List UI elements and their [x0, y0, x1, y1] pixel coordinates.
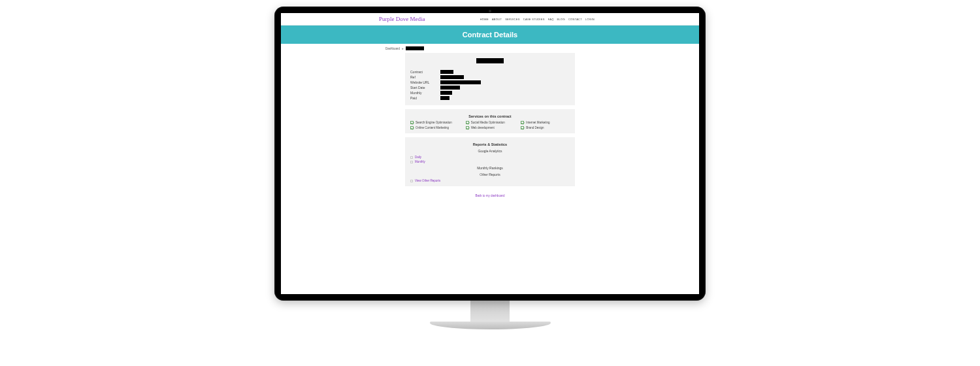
screen: Purple Dove Media HOME ABOUT SERVICES CA…	[281, 13, 699, 294]
check-icon	[521, 126, 524, 129]
view-other-reports-link[interactable]: View Other Reports	[410, 179, 570, 182]
value-redacted	[440, 86, 460, 90]
nav-contact[interactable]: CONTACT	[568, 18, 582, 21]
monitor-stand-neck	[470, 301, 510, 322]
check-icon	[521, 121, 524, 124]
service-item: Brand Design	[521, 126, 570, 129]
service-item: Web development	[466, 126, 515, 129]
nav-about[interactable]: ABOUT	[492, 18, 502, 21]
service-item: Online Content Marketing	[410, 126, 459, 129]
monitor-mockup: Purple Dove Media HOME ABOUT SERVICES CA…	[274, 7, 706, 359]
detail-paid: Paid	[410, 96, 570, 100]
reports-ga: Google Analytics	[410, 149, 570, 153]
value-redacted	[440, 91, 452, 95]
back-to-dashboard-link[interactable]: Back to my dashboard	[281, 190, 699, 201]
service-item: Internet Marketing	[521, 121, 570, 124]
nav: HOME ABOUT SERVICES CASE STUDIES FAQ BLO…	[480, 18, 595, 21]
breadcrumb-sep: »	[402, 47, 404, 50]
value-redacted	[440, 75, 464, 79]
nav-home[interactable]: HOME	[480, 18, 489, 21]
value-redacted	[440, 96, 449, 100]
bullet-icon	[410, 180, 413, 182]
ga-links: Daily Monthly	[410, 156, 570, 163]
topbar: Purple Dove Media HOME ABOUT SERVICES CA…	[281, 13, 699, 25]
page-title: Contract Details	[463, 31, 517, 39]
bullet-icon	[410, 156, 413, 159]
reports-title: Reports & Statistics	[410, 142, 570, 146]
breadcrumb: Dashboard »	[281, 44, 699, 53]
check-icon	[410, 121, 414, 124]
nav-case-studies[interactable]: CASE STUDIES	[523, 18, 545, 21]
detail-contract: Contract	[410, 70, 570, 74]
check-icon	[466, 126, 469, 129]
breadcrumb-current-redacted	[406, 46, 424, 50]
nav-blog[interactable]: BLOG	[557, 18, 565, 21]
bullet-icon	[410, 161, 413, 163]
service-item: Social Media Optimisation	[466, 121, 515, 124]
services-grid: Search Engine Optimisation Social Media …	[410, 121, 570, 129]
contract-summary-panel: Contract Ref Website URL Start Date	[405, 53, 575, 105]
services-title: Services on this contract	[410, 114, 570, 118]
contract-name-redacted	[476, 58, 504, 63]
nav-services[interactable]: SERVICES	[505, 18, 520, 21]
check-icon	[410, 126, 414, 129]
services-panel: Services on this contract Search Engine …	[405, 109, 575, 133]
monitor-frame: Purple Dove Media HOME ABOUT SERVICES CA…	[274, 7, 706, 301]
detail-ref: Ref	[410, 75, 570, 79]
value-redacted	[440, 70, 453, 74]
detail-website: Website URL	[410, 80, 570, 84]
detail-monthly: Monthly	[410, 91, 570, 95]
reports-other: Other Reports	[410, 173, 570, 176]
reports-panel: Reports & Statistics Google Analytics Da…	[405, 137, 575, 186]
check-icon	[466, 121, 469, 124]
nav-faq[interactable]: FAQ	[548, 18, 554, 21]
nav-login[interactable]: LOGIN	[585, 18, 595, 21]
breadcrumb-root[interactable]: Dashboard	[385, 47, 400, 50]
other-links: View Other Reports	[410, 179, 570, 182]
monitor-stand-base	[430, 322, 551, 329]
reports-monthly-rankings: Monthly Rankings	[410, 166, 570, 170]
brand-logo[interactable]: Purple Dove Media	[379, 16, 425, 22]
detail-start: Start Date	[410, 86, 570, 90]
value-redacted	[440, 80, 481, 84]
ga-daily-link[interactable]: Daily	[410, 156, 570, 159]
service-item: Search Engine Optimisation	[410, 121, 459, 124]
page-banner: Contract Details	[281, 25, 699, 44]
ga-monthly-link[interactable]: Monthly	[410, 160, 570, 163]
